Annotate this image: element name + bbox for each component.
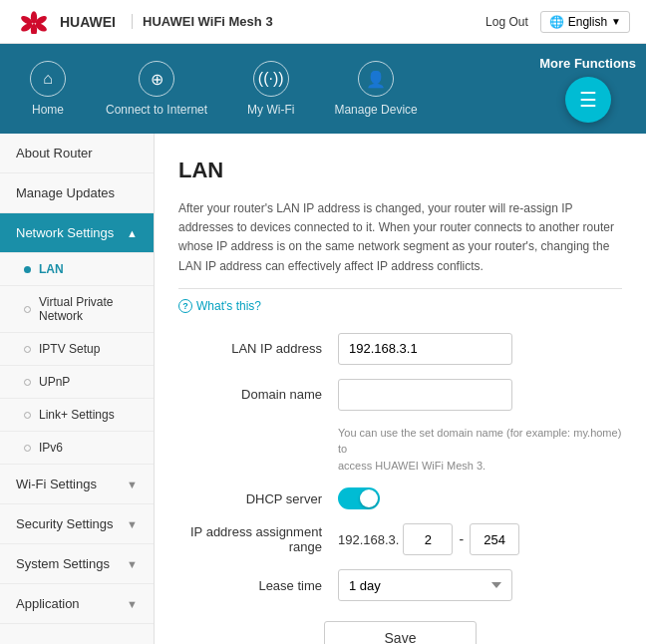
- lan-ip-input[interactable]: [338, 333, 512, 365]
- inactive-dot: [24, 346, 31, 353]
- lan-ip-label: LAN IP address: [178, 341, 338, 356]
- dhcp-toggle-wrap: [338, 487, 380, 509]
- nav-manage-label: Manage Device: [334, 103, 417, 117]
- sidebar-subitem-link[interactable]: Link+ Settings: [0, 399, 154, 432]
- nav-manage[interactable]: 👤 Manage Device: [314, 53, 437, 125]
- ip-dash: -: [459, 531, 464, 547]
- chevron-up-icon: ▲: [127, 227, 138, 239]
- product-name: HUAWEI WiFi Mesh 3: [132, 14, 273, 29]
- wifi-icon: ((·)): [253, 61, 289, 97]
- domain-input[interactable]: [338, 379, 512, 411]
- chevron-down-icon: ▼: [127, 558, 138, 570]
- chevron-down-icon: ▼: [127, 598, 138, 610]
- nav-home[interactable]: ⌂ Home: [10, 53, 86, 125]
- navigation-bar: ⌂ Home ⊕ Connect to Internet ((·)) My Wi…: [0, 44, 646, 134]
- home-icon: ⌂: [30, 61, 66, 97]
- dhcp-label: DHCP server: [178, 491, 338, 506]
- ip-prefix: 192.168.3.: [338, 532, 399, 547]
- sidebar-item-network[interactable]: Network Settings ▲: [0, 213, 154, 253]
- page-title: LAN: [178, 158, 622, 183]
- sidebar: About Router Manage Updates Network Sett…: [0, 134, 155, 644]
- whats-this-label: What's this?: [196, 299, 261, 313]
- ip-range-row: IP address assignment range 192.168.3. -: [178, 523, 622, 555]
- logo: HUAWEI HUAWEI WiFi Mesh 3: [16, 10, 273, 34]
- whats-this-link[interactable]: ? What's this?: [178, 299, 622, 313]
- sidebar-item-application[interactable]: Application ▼: [0, 584, 154, 624]
- nav-wifi-label: My Wi-Fi: [247, 103, 294, 117]
- toggle-knob: [360, 489, 378, 507]
- ip-range-label: IP address assignment range: [178, 524, 338, 554]
- domain-label: Domain name: [178, 387, 338, 402]
- globe-icon: 🌐: [549, 15, 564, 29]
- save-button[interactable]: Save: [324, 621, 478, 644]
- sidebar-item-system[interactable]: System Settings ▼: [0, 544, 154, 584]
- header-right: Log Out 🌐 English ▼: [485, 11, 630, 33]
- domain-row: Domain name: [178, 379, 622, 411]
- huawei-logo-icon: [16, 10, 52, 34]
- sidebar-subitem-upnp[interactable]: UPnP: [0, 366, 154, 399]
- info-description: After your router's LAN IP address is ch…: [178, 199, 622, 289]
- internet-icon: ⊕: [139, 61, 174, 97]
- active-dot: [24, 266, 31, 273]
- sidebar-subitem-lan[interactable]: LAN: [0, 253, 154, 286]
- ip-start-input[interactable]: [403, 523, 453, 555]
- brand-name: HUAWEI: [60, 14, 116, 30]
- chevron-down-icon: ▼: [127, 479, 138, 490]
- main-layout: About Router Manage Updates Network Sett…: [0, 134, 646, 644]
- lease-select[interactable]: 1 day 8 hours 4 hours 2 hours 1 hour: [338, 569, 512, 601]
- sidebar-item-wifi-settings[interactable]: Wi-Fi Settings ▼: [0, 465, 154, 504]
- more-functions-label: More Functions: [539, 56, 636, 71]
- sidebar-item-security[interactable]: Security Settings ▼: [0, 504, 154, 544]
- nav-wifi[interactable]: ((·)) My Wi-Fi: [227, 53, 314, 125]
- inactive-dot: [24, 412, 31, 419]
- chevron-down-icon: ▼: [127, 518, 138, 530]
- dhcp-toggle[interactable]: [338, 487, 380, 509]
- nav-connect[interactable]: ⊕ Connect to Internet: [86, 53, 227, 125]
- person-icon: 👤: [358, 61, 394, 97]
- sidebar-item-updates[interactable]: Manage Updates: [0, 173, 154, 213]
- help-icon: ?: [178, 299, 192, 313]
- logout-button[interactable]: Log Out: [485, 15, 528, 29]
- sidebar-subitem-ipv6[interactable]: IPv6: [0, 432, 154, 465]
- nav-items: ⌂ Home ⊕ Connect to Internet ((·)) My Wi…: [10, 53, 438, 125]
- lease-row: Lease time 1 day 8 hours 4 hours 2 hours…: [178, 569, 622, 601]
- more-functions: More Functions ☰: [539, 56, 636, 123]
- language-selector[interactable]: 🌐 English ▼: [540, 11, 630, 33]
- domain-hint: You can use the set domain name (for exa…: [338, 425, 622, 475]
- inactive-dot: [24, 306, 31, 313]
- more-functions-button[interactable]: ☰: [565, 77, 611, 123]
- hamburger-icon: ☰: [579, 90, 597, 110]
- lan-ip-row: LAN IP address: [178, 333, 622, 365]
- inactive-dot: [24, 445, 31, 452]
- dhcp-row: DHCP server: [178, 487, 622, 509]
- ip-end-input[interactable]: [470, 523, 519, 555]
- save-row: Save: [178, 621, 622, 644]
- content-area: LAN After your router's LAN IP address i…: [155, 134, 646, 644]
- header: HUAWEI HUAWEI WiFi Mesh 3 Log Out 🌐 Engl…: [0, 0, 646, 44]
- sidebar-subitem-vpn[interactable]: Virtual Private Network: [0, 286, 154, 333]
- nav-connect-label: Connect to Internet: [106, 103, 207, 117]
- chevron-down-icon: ▼: [611, 16, 621, 27]
- sidebar-subitem-iptv[interactable]: IPTV Setup: [0, 333, 154, 366]
- inactive-dot: [24, 379, 31, 386]
- sidebar-item-about[interactable]: About Router: [0, 134, 154, 173]
- lease-label: Lease time: [178, 578, 338, 593]
- language-label: English: [568, 15, 607, 29]
- nav-home-label: Home: [32, 103, 64, 117]
